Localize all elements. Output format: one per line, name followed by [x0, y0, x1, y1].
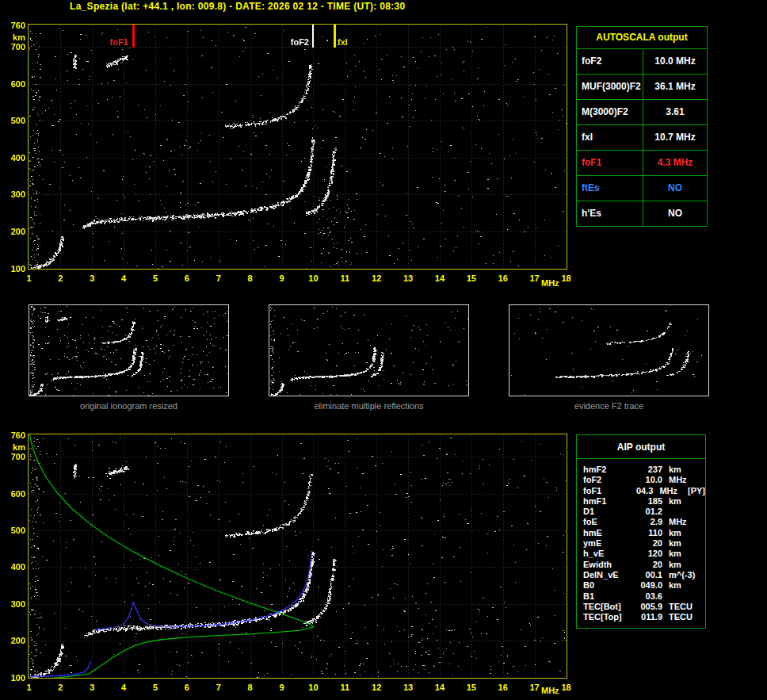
aip-row-note: [PY] [686, 486, 705, 496]
x-tick-label: 17 [525, 273, 545, 283]
y-tick-label: 700 [3, 42, 25, 52]
aip-row-hmf1: hmF1185km [583, 496, 705, 507]
aip-row-unit: km [662, 538, 699, 549]
x-tick-label: 5 [145, 273, 166, 283]
aip-row-value: 00.1 [632, 570, 662, 580]
thumbnail-no-multiples-caption: eliminate multiple reflections [269, 401, 469, 411]
y-tick-label: 500 [3, 526, 25, 535]
aip-row-deln-ve: DelN_vE00.1m^(-3) [583, 570, 705, 580]
aip-row-name: D1 [583, 507, 632, 517]
autoscala-row-label: foF2 [577, 49, 643, 74]
x-tick-label: 7 [208, 683, 229, 692]
autoscala-screen: La_Spezia (lat: +44.1 , lon: 009.8) - DA… [0, 0, 767, 700]
aip-row-unit: TECU [662, 612, 699, 622]
aip-row-name: hmF1 [583, 496, 632, 507]
autoscala-output-title: AUTOSCALA output [577, 27, 707, 49]
aip-row-unit: km [662, 528, 699, 538]
aip-row-fof1: foF104.3MHz[PY] [583, 486, 705, 496]
y-tick-label: 200 [3, 636, 25, 645]
thumbnail-original-canvas [29, 304, 229, 396]
autoscala-row-h-es: h'EsNO [577, 201, 707, 226]
x-tick-label: 2 [50, 273, 71, 283]
aip-row-d1: D101.2 [583, 507, 705, 517]
aip-row-ewidth: Ewidth20km [583, 560, 705, 570]
aip-row-value: 185 [632, 496, 662, 507]
x-tick-label: 2 [50, 683, 71, 692]
x-tick-label: 12 [366, 683, 387, 692]
x-tick-label: 4 [113, 683, 134, 692]
top-ionogram-canvas [28, 24, 567, 270]
autoscala-row-label: fxI [577, 125, 643, 150]
aip-row-note [699, 517, 700, 527]
aip-row-name: h_vE [583, 549, 632, 559]
x-tick-label: 1 [19, 273, 40, 283]
y-axis-unit-top: km [6, 33, 25, 42]
aip-row-hmf2: hmF2237km [583, 465, 705, 475]
aip-row-h-ve: h_vE120km [583, 549, 705, 559]
x-tick-label: 7 [208, 273, 229, 283]
x-tick-label: 14 [429, 683, 450, 692]
x-tick-label: 11 [334, 683, 355, 692]
aip-row-foe: foE2.9MHz [583, 517, 705, 527]
fxI-marker-label: fxI [338, 37, 348, 47]
autoscala-row-fof2: foF210.0 MHz [577, 49, 707, 75]
x-tick-label: 15 [461, 273, 482, 283]
autoscala-row-label: h'Es [577, 201, 643, 226]
x-tick-label: 10 [303, 273, 323, 283]
aip-row-fof2: foF210.0MHz [583, 475, 705, 485]
foF1-marker-label: foF1 [93, 37, 128, 47]
x-tick-label: 8 [240, 683, 261, 692]
aip-row-b1: B103.6 [583, 591, 705, 602]
x-tick-label: 15 [461, 683, 482, 692]
aip-row-name: hmF2 [583, 465, 632, 475]
aip-row-value: 120 [632, 549, 662, 559]
x-tick-label: 13 [398, 273, 418, 283]
x-tick-label: 9 [272, 273, 292, 283]
page-title: La_Spezia (lat: +44.1 , lon: 009.8) - DA… [70, 1, 405, 12]
aip-row-unit: km [662, 549, 699, 559]
aip-row-hme: hmE110km [583, 528, 705, 538]
foF2-marker-line [312, 25, 314, 48]
y-axis-unit-bottom: km [6, 442, 25, 452]
aip-row-unit: MHz [662, 517, 699, 527]
y-tick-label: 300 [3, 599, 25, 609]
aip-row-value: 2.9 [632, 517, 662, 527]
aip-row-unit: km [662, 580, 699, 591]
aip-row-tec-top-: TEC[Top]011.9TECU [583, 612, 705, 622]
x-tick-label: 1 [19, 683, 40, 692]
bottom-ionogram-canvas [28, 434, 567, 679]
thumbnail-no-multiples-canvas [269, 304, 469, 396]
aip-row-name: Ewidth [583, 560, 632, 570]
x-tick-label: 6 [177, 273, 197, 283]
autoscala-row-value: 10.0 MHz [643, 49, 707, 74]
aip-row-value: 005.9 [632, 602, 662, 612]
aip-output-title: AIP output [577, 435, 705, 459]
aip-row-name: foF1 [583, 486, 627, 496]
autoscala-row-m-3000-f2: M(3000)F23.61 [577, 100, 707, 125]
x-tick-label: 18 [556, 273, 577, 283]
aip-row-value: 011.9 [632, 612, 662, 622]
x-tick-label: 16 [493, 273, 513, 283]
aip-row-note [699, 507, 700, 517]
aip-row-note [699, 465, 700, 475]
autoscala-row-ftes: ftEsNO [577, 176, 707, 201]
y-tick-label: 760 [3, 430, 25, 440]
autoscala-row-value: 36.1 MHz [643, 75, 707, 99]
aip-row-unit: m^(-3) [662, 570, 699, 580]
aip-row-note [699, 591, 700, 602]
x-tick-label: 6 [177, 683, 197, 692]
aip-row-value: 04.3 [627, 486, 654, 496]
aip-row-yme: ymE20km [583, 538, 705, 549]
x-tick-label: 14 [429, 273, 450, 283]
y-tick-label: 500 [3, 116, 25, 125]
y-tick-label: 600 [3, 79, 25, 89]
y-tick-label: 700 [3, 452, 25, 461]
aip-row-value: 20 [632, 538, 662, 549]
y-tick-label: 400 [3, 562, 25, 572]
x-tick-label: 13 [398, 683, 418, 692]
autoscala-output-panel: AUTOSCALA output foF210.0 MHzMUF(3000)F2… [576, 26, 708, 227]
autoscala-row-label: foF1 [577, 151, 643, 175]
aip-row-note [699, 475, 700, 485]
autoscala-row-fxi: fxI10.7 MHz [577, 125, 707, 151]
aip-row-b0: B0049.0km [583, 580, 705, 591]
